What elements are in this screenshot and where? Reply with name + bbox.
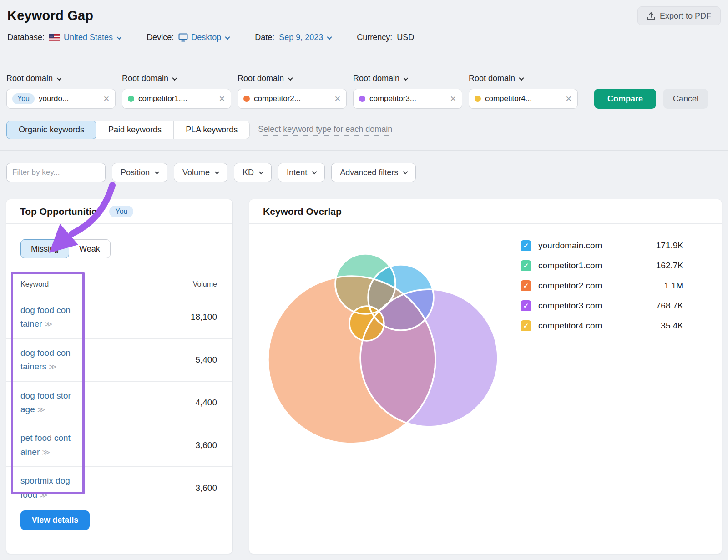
select-keyword-type-link[interactable]: Select keyword type for each domain [258,125,392,136]
domain-color-dot-icon [243,96,250,102]
currency-value: USD [397,33,414,42]
device-label: Device: [147,33,174,42]
us-flag-icon [49,34,60,41]
domain-checkbox[interactable]: ✓ [521,320,531,331]
legend-domain-name: competitor4.com [538,321,602,331]
table-row: dog food storage≫4,400 [6,381,232,424]
currency-label: Currency: [357,33,392,42]
chevron-down-icon [403,169,408,174]
root-domain-dropdown[interactable]: Root domain [469,74,578,83]
domain-chip[interactable]: competitor4...✕ [469,89,578,109]
keyword-overlap-title: Keyword Overlap [263,206,342,217]
tab-paid-keywords[interactable]: Paid keywords [96,121,174,139]
root-domain-dropdown[interactable]: Root domain [122,74,231,83]
chevron-down-icon [56,75,61,80]
tab-organic-keywords[interactable]: Organic keywords [6,121,96,139]
remove-domain-icon[interactable]: ✕ [448,94,456,104]
open-keyword-icon[interactable]: ≫ [42,448,50,457]
keyword-link[interactable]: dog food containers [20,348,71,371]
export-icon [647,12,655,20]
chevron-down-icon [172,75,177,80]
filter-dropdown-advanced-filters[interactable]: Advanced filters [331,163,416,182]
volume-value: 5,400 [71,355,217,365]
volume-value: 3,600 [71,440,217,450]
tab-pla-keywords[interactable]: PLA keywords [173,121,250,139]
remove-domain-icon[interactable]: ✕ [333,94,341,104]
keyword-filter-input[interactable] [7,163,106,182]
filter-dropdown-kd[interactable]: KD [234,163,272,182]
export-to-pdf-button[interactable]: Export to PDF [637,6,721,25]
domain-color-dot-icon [359,96,365,102]
cancel-button[interactable]: Cancel [663,89,708,109]
domain-checkbox[interactable]: ✓ [521,260,531,271]
root-domain-column: Root domaincompetitor4...✕ [469,74,578,109]
legend-item: ✓competitor2.com1.1M [521,276,683,296]
column-header-volume[interactable]: Volume [71,280,217,288]
domain-checkbox[interactable]: ✓ [521,300,531,311]
legend-keyword-count: 171.9K [602,241,683,251]
filter-dropdown-position[interactable]: Position [112,163,167,182]
compare-button[interactable]: Compare [594,89,656,109]
date-select[interactable]: Sep 9, 2023 [279,33,331,42]
open-keyword-icon[interactable]: ≫ [45,320,53,328]
table-row: pet food container≫3,600 [6,424,232,466]
legend-domain-name: competitor1.com [538,261,602,271]
open-keyword-icon[interactable]: ≫ [49,363,57,371]
keyword-type-tabs: Organic keywordsPaid keywordsPLA keyword… [6,121,392,139]
chevron-down-icon [154,169,159,174]
keyword-link[interactable]: dog food storage [20,391,71,414]
database-select[interactable]: United States [64,33,121,42]
root-domain-column: Root domainYouyourdo...✕ [6,74,116,109]
domain-chip[interactable]: competitor2...✕ [238,89,347,109]
keyword-overlap-panel: Keyword Overlap ✓yourdomain.com171.9K✓co… [249,199,722,554]
legend-domain-name: yourdomain.com [538,241,602,251]
chevron-down-icon [312,169,317,174]
opportunities-table: Keyword Volume dog food container≫18,100… [6,272,232,509]
legend-item: ✓competitor3.com768.7K [521,296,683,316]
root-domain-dropdown[interactable]: Root domain [353,74,462,83]
legend-domain-name: competitor3.com [538,301,602,311]
device-select[interactable]: Desktop [191,33,229,42]
filter-dropdown-intent[interactable]: Intent [278,163,325,182]
chevron-down-icon [403,75,408,80]
missing-weak-toggle: Missing Weak [20,239,111,258]
domain-chip[interactable]: competitor3...✕ [353,89,462,109]
table-row: dog food container≫18,100 [6,296,232,338]
domain-selectors: Root domainYouyourdo...✕Root domaincompe… [6,74,721,109]
volume-value: 4,400 [71,398,217,408]
database-label: Database: [7,33,45,42]
desktop-icon [178,33,188,42]
report-settings-bar: Database: United States Device: Desktop … [7,33,414,42]
domain-checkbox[interactable]: ✓ [521,280,531,291]
domain-chip[interactable]: Youyourdo...✕ [6,89,116,109]
remove-domain-icon[interactable]: ✕ [564,94,572,104]
domain-chip-label: competitor1.... [138,94,213,103]
view-details-button[interactable]: View details [20,510,90,530]
legend-domain-name: competitor2.com [538,281,602,291]
volume-value: 3,600 [71,483,217,493]
legend-item: ✓competitor1.com162.7K [521,256,683,276]
root-domain-dropdown[interactable]: Root domain [238,74,347,83]
chevron-down-icon [288,75,293,80]
column-header-keyword[interactable]: Keyword [20,280,71,288]
legend-keyword-count: 162.7K [602,261,683,271]
chevron-down-icon [519,75,524,80]
root-domain-dropdown[interactable]: Root domain [6,74,116,83]
filter-dropdown-volume[interactable]: Volume [174,163,228,182]
toggle-missing[interactable]: Missing [20,239,69,258]
opportunities-footer: View details [6,495,232,554]
open-keyword-icon[interactable]: ≫ [37,405,46,414]
top-opportunities-panel: Top Opportunities You Missing Weak Keywo… [6,199,233,554]
chevron-down-icon [258,169,263,174]
domain-chip-label: competitor2... [254,94,329,103]
remove-domain-icon[interactable]: ✕ [101,94,110,104]
keyword-filter-box [6,163,106,182]
domain-checkbox[interactable]: ✓ [521,240,531,251]
legend-keyword-count: 35.4K [602,321,683,331]
toggle-weak[interactable]: Weak [69,239,111,258]
filters-bar: PositionVolumeKDIntentAdvanced filters [6,163,416,182]
remove-domain-icon[interactable]: ✕ [217,94,225,104]
root-domain-column: Root domaincompetitor3...✕ [353,74,462,109]
domain-chip-label: yourdo... [39,94,97,103]
domain-chip[interactable]: competitor1....✕ [122,89,231,109]
